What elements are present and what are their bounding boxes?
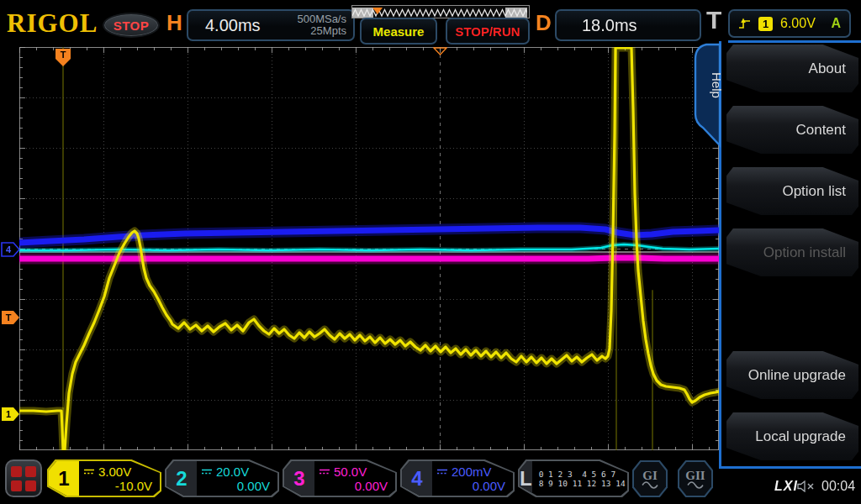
rigol-logo: RIGOL	[7, 8, 98, 39]
generator-1-badge[interactable]: GI	[632, 460, 668, 497]
trigger-position-marker[interactable]: T	[55, 48, 71, 67]
memory-overview-bar[interactable]	[351, 5, 530, 18]
logic-analyzer-label: L	[520, 461, 532, 496]
digital-channels-row1: 0 1 2 3 4 5 6 7	[539, 470, 640, 479]
svg-text:4: 4	[6, 244, 12, 255]
stop-run-button[interactable]: STOP/RUN	[446, 18, 530, 45]
trigger-sweep-mode: A	[831, 16, 841, 31]
sine-wave-icon	[642, 481, 658, 489]
channel-3-badge[interactable]: 3 50.0V 0.00V	[283, 459, 397, 497]
channel-2-number: 2	[166, 461, 197, 496]
edge-rising-trigger-icon	[738, 18, 751, 29]
lxi-logo: LXI	[774, 479, 798, 494]
delay-value: 18.0ms	[582, 16, 637, 35]
channel-3-offset: 0.00V	[319, 479, 388, 493]
svg-text:T: T	[61, 50, 66, 60]
channel-1-scale: 3.00V	[98, 465, 131, 479]
menu-button-local-upgrade[interactable]: Local upgrade	[726, 412, 858, 460]
trigger-settings-box[interactable]: 1 6.00V A	[728, 9, 851, 38]
sound-muted-icon[interactable]	[797, 480, 817, 492]
dc-coupling-icon	[83, 468, 95, 475]
generator-2-badge[interactable]: GII	[678, 460, 713, 497]
trigger-level-value: 6.00V	[780, 16, 816, 31]
main-menu-button[interactable]	[5, 459, 42, 497]
svg-text:T: T	[6, 312, 12, 323]
svg-text:1: 1	[6, 409, 11, 419]
generator-2-label: GII	[685, 470, 705, 481]
menu-button-content[interactable]: Content	[726, 106, 858, 154]
horizontal-settings-box[interactable]: 4.00ms 500MSa/s 25Mpts	[187, 9, 355, 41]
dc-coupling-icon	[319, 468, 330, 475]
clock: 00:04	[821, 479, 855, 494]
channel-3-scale: 50.0V	[334, 465, 367, 479]
menu-button-about[interactable]: About	[726, 45, 858, 92]
dc-coupling-icon	[201, 468, 213, 475]
sample-rate: 500MSa/s	[297, 13, 346, 25]
measure-button[interactable]: Measure	[360, 18, 437, 45]
channel-4-ground-marker[interactable]: 4	[1, 242, 20, 257]
menu-button-option-install: Option install	[726, 228, 858, 276]
menu-frame-top	[728, 40, 861, 43]
sine-wave-icon	[687, 481, 704, 489]
horizontal-reference-marker	[433, 47, 447, 55]
help-tab-label: Help	[710, 72, 721, 98]
memory-depth: 25Mpts	[310, 24, 346, 37]
trigger-source-badge: 1	[758, 17, 773, 31]
menu-frame-bottom	[719, 466, 861, 469]
channel-4-badge[interactable]: 4 200mV 0.00V	[400, 459, 515, 497]
help-menu-tab[interactable]: Help	[692, 42, 721, 151]
channel-2-scale: 20.0V	[216, 465, 249, 479]
trigger-level-marker[interactable]: T	[1, 310, 20, 325]
generator-1-label: GI	[642, 470, 658, 481]
channel-4-number: 4	[402, 461, 432, 496]
channel-3-number: 3	[284, 461, 314, 496]
horizontal-label: H	[166, 10, 182, 36]
channel-4-scale: 200mV	[452, 465, 492, 479]
menu-button-online-upgrade[interactable]: Online upgrade	[726, 351, 858, 399]
digital-channels-row2: 8 9 10 11 12 13 14 15	[539, 479, 640, 488]
delay-box[interactable]: 18.0ms	[555, 9, 701, 41]
channel-1-number: 1	[49, 461, 79, 496]
channel-1-badge[interactable]: 1 3.00V -10.0V	[47, 459, 161, 497]
waveform-display	[19, 47, 719, 450]
timebase-value: 4.00ms	[205, 16, 261, 35]
channel-1-offset: -10.0V	[83, 479, 152, 493]
oscilloscope-screen: RIGOL STOP H 4.00ms 500MSa/s 25Mpts Meas…	[0, 0, 861, 504]
channel-4-offset: 0.00V	[436, 479, 505, 493]
acquisition-status-badge: STOP	[103, 13, 160, 38]
logic-analyzer-badge[interactable]: L 0 1 2 3 4 5 6 7 8 9 10 11 12 13 14 15	[518, 459, 629, 497]
memory-overview-waveform	[352, 8, 527, 18]
delay-label: D	[536, 10, 552, 36]
trigger-label: T	[706, 6, 721, 34]
dc-coupling-icon	[436, 468, 448, 475]
channel-2-badge[interactable]: 2 20.0V 0.00V	[165, 459, 279, 497]
channel-1-ground-marker[interactable]: 1	[1, 407, 20, 422]
channel-2-offset: 0.00V	[201, 479, 270, 493]
menu-button-option-list[interactable]: Option list	[726, 167, 858, 215]
